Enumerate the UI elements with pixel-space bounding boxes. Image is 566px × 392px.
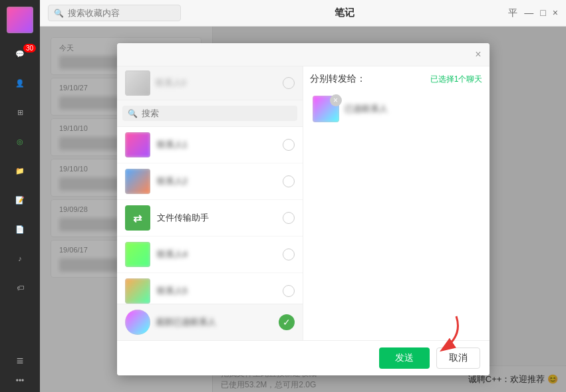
- sidebar-item-folder[interactable]: 📁: [0, 157, 40, 186]
- folder-icon: 📁: [13, 163, 27, 178]
- search-input[interactable]: [68, 8, 175, 18]
- contacts-icon: 👤: [13, 76, 27, 90]
- modal-overlay: × 联系人0 �: [40, 27, 566, 392]
- sidebar-item-doc[interactable]: 📄: [0, 215, 40, 245]
- avatar[interactable]: [7, 7, 33, 33]
- send-button[interactable]: 发送: [379, 347, 430, 369]
- main-content: 🔍 笔记 平 — □ × 今天 来自：: [40, 0, 566, 392]
- close-button[interactable]: ×: [553, 7, 558, 19]
- contact-item-file-transfer[interactable]: ⇄ 文件传输助手: [117, 200, 303, 237]
- pin-button[interactable]: 平: [508, 7, 517, 19]
- contact-name: 联系人4: [157, 248, 276, 260]
- sidebar-item-tag[interactable]: 🏷: [0, 274, 40, 303]
- doc-icon: 📄: [13, 222, 27, 237]
- contact-check[interactable]: [283, 212, 295, 224]
- modal-right-header: 分别转发给： 已选择1个聊天: [310, 73, 483, 85]
- sidebar-item-contacts[interactable]: 👤: [0, 69, 40, 98]
- modal-search-area: 🔍: [117, 100, 303, 127]
- modal-selected-bar: 底部已选联系人 ✓: [117, 304, 303, 340]
- selected-contact-name: 已选联系人: [345, 103, 480, 115]
- maximize-button[interactable]: □: [540, 7, 545, 19]
- plugins-icon: ◎: [13, 134, 27, 149]
- contact-check[interactable]: [283, 285, 295, 297]
- sidebar-item-notes[interactable]: 📝: [0, 186, 40, 215]
- settings-icon[interactable]: ≡: [17, 354, 24, 368]
- selected-contacts-list: × 已选联系人: [310, 92, 483, 334]
- contact-avatar: [125, 242, 150, 267]
- contact-name-file: 文件传输助手: [157, 212, 276, 224]
- minimize-button[interactable]: —: [524, 7, 533, 19]
- modal-recipients-panel: 分别转发给： 已选择1个聊天 × 已选联系人: [303, 66, 490, 340]
- sidebar-item-apps[interactable]: ⊞: [0, 98, 40, 128]
- sidebar-item-chat[interactable]: 💬 30: [0, 40, 40, 69]
- contact-name: 联系人5: [157, 285, 276, 297]
- tag-icon: 🏷: [13, 280, 27, 295]
- sidebar-item-music[interactable]: ♪: [0, 245, 40, 274]
- sidebar: 💬 30 👤 ⊞ ◎ 📁 📝 📄 ♪ 🏷 ≡ •••: [0, 0, 40, 392]
- topbar: 🔍 笔记 平 — □ ×: [40, 0, 566, 27]
- menu-icon[interactable]: •••: [16, 376, 25, 385]
- cancel-button[interactable]: 取消: [436, 347, 480, 369]
- selected-bar-name: 底部已选联系人: [156, 316, 273, 328]
- selected-contact-item: × 已选联系人: [310, 92, 483, 126]
- chat-badge: 30: [23, 44, 36, 52]
- selected-bar-avatar: [125, 310, 150, 335]
- modal-body: 联系人0 🔍: [117, 66, 490, 340]
- contact-avatar: [125, 132, 150, 157]
- sidebar-item-plugins[interactable]: ◎: [0, 128, 40, 157]
- remove-contact-button[interactable]: ×: [330, 94, 342, 106]
- modal-close-button[interactable]: ×: [475, 49, 481, 60]
- window-controls: 平 — □ ×: [508, 7, 558, 19]
- modal-contacts-list: 联系人1 联系人2 ⇄: [117, 127, 303, 304]
- music-icon: ♪: [13, 251, 27, 266]
- contact-avatar: [125, 278, 150, 304]
- search-icon: 🔍: [54, 9, 64, 18]
- contact-item[interactable]: 联系人5: [117, 273, 303, 304]
- contact-name: 联系人1: [157, 139, 276, 151]
- contact-check[interactable]: [283, 175, 295, 187]
- apps-icon: ⊞: [13, 105, 27, 120]
- contact-avatar-file: ⇄: [125, 205, 150, 231]
- modal-contacts-panel: 联系人0 🔍: [117, 66, 303, 340]
- contact-check[interactable]: [283, 248, 295, 260]
- contact-check[interactable]: [283, 139, 295, 151]
- contact-item[interactable]: 联系人1: [117, 127, 303, 163]
- contact-avatar: [125, 169, 150, 194]
- modal-right-title: 分别转发给：: [310, 73, 366, 85]
- selected-bar-check[interactable]: ✓: [279, 314, 295, 330]
- notes-icon: 📝: [13, 193, 27, 207]
- contact-item[interactable]: 联系人4: [117, 237, 303, 273]
- modal-search-icon: 🔍: [128, 109, 138, 118]
- page-title: 笔记: [335, 7, 354, 19]
- contact-name: 联系人2: [157, 175, 276, 187]
- search-box: 🔍: [48, 5, 181, 21]
- contact-check-0[interactable]: [283, 77, 295, 89]
- modal-search-input[interactable]: [142, 108, 292, 118]
- contact-item[interactable]: 联系人2: [117, 163, 303, 200]
- modal-right-count: 已选择1个聊天: [430, 74, 483, 85]
- modal-dialog: × 联系人0 �: [117, 43, 490, 375]
- modal-footer: 发送 取消: [117, 340, 490, 375]
